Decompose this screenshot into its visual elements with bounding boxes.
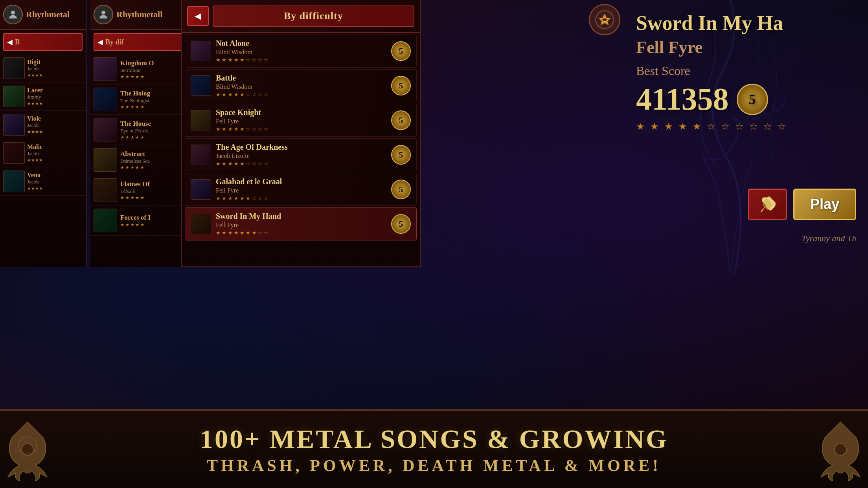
song-info: Forces of I ★ ★ ★ ★ ★	[120, 214, 151, 227]
song-stars: ★★★★	[27, 129, 43, 134]
player-name-left: Rhythmetal	[26, 9, 70, 20]
song-info: Viole Jacob ★★★★	[27, 115, 43, 134]
avatar-mid	[94, 5, 113, 24]
list-item[interactable]: Space Knight Fell Fyre ★ ★ ★ ★ ★ ☆ ☆ ☆ ☆…	[185, 104, 417, 137]
left-nav-button[interactable]: ◀ B	[3, 33, 83, 51]
song-badge: 5	[391, 214, 411, 234]
song-stars: ★★★★	[27, 101, 43, 106]
play-buttons-area: Play	[748, 189, 856, 220]
song-artist: Fell Fyre	[216, 118, 391, 125]
song-stars: ★ ★ ★ ★ ★	[120, 135, 151, 140]
song-stars: ★★★★	[27, 158, 43, 163]
list-item[interactable]: Galahad et le Graal Fell Fyre ★ ★ ★ ★ ★ …	[185, 173, 417, 206]
song-artist: Blind Wisdom	[216, 83, 391, 90]
mid-left-panel: Rhythmetall ◀ By dif Kingdom O Sermilion…	[90, 0, 193, 267]
song-thumbnail	[94, 209, 117, 232]
song-title: Abstract	[120, 150, 150, 158]
list-item[interactable]: Abstract Frameless Sca ★ ★ ★ ★ ★	[90, 145, 192, 175]
song-list-container[interactable]: Not Alone Blind Wisdom ★ ★ ★ ★ ★ ☆ ☆ ☆ ☆…	[182, 33, 420, 242]
svg-point-4	[835, 444, 846, 455]
banner-subline: THRASH, POWER, DEATH METAL & MORE!	[207, 456, 661, 475]
song-artist: Jacob Lizotte	[216, 152, 391, 160]
song-title: The Holog	[120, 90, 150, 97]
song-thumbnail	[191, 214, 211, 234]
list-item[interactable]: Not Alone Blind Wisdom ★ ★ ★ ★ ★ ☆ ☆ ☆ ☆…	[185, 35, 417, 68]
song-title: The House	[120, 120, 151, 128]
list-item[interactable]: Flames Of Ulfsark ★ ★ ★ ★ ★	[90, 175, 192, 205]
list-item[interactable]: Veno Jacob ★★★★	[0, 167, 86, 196]
song-thumbnail	[94, 118, 117, 141]
player-name-mid: Rhythmetall	[116, 9, 162, 20]
list-item[interactable]: Malic Jacob ★★★★	[0, 139, 86, 167]
list-item[interactable]: Forces of I ★ ★ ★ ★ ★	[90, 205, 192, 236]
song-badge: 5	[391, 41, 411, 61]
right-panel: Sword In My Ha Fell Fyre Best Score 4113…	[585, 0, 868, 267]
list-item[interactable]: Sword In My Hand Fell Fyre ★ ★ ★ ★ ★ ★ ★…	[185, 207, 417, 240]
song-info: The Holog The Neologist ★ ★ ★ ★ ★	[120, 90, 150, 110]
song-badge: 5	[391, 76, 411, 95]
list-item[interactable]: Digit Jacob ★★★★	[0, 54, 86, 83]
right-decoration-icon	[817, 418, 864, 481]
main-panel: ◀ By difficulty Not Alone Blind Wisdom ★…	[181, 0, 421, 267]
song-artist: Fell Fyre	[216, 187, 391, 194]
song-title: Lacer	[27, 87, 43, 94]
song-title: Viole	[27, 115, 43, 122]
song-artist: Sermilion	[120, 67, 154, 73]
song-artist: Blind Wisdom	[216, 49, 391, 56]
left-nav-arrow: ◀	[7, 38, 13, 46]
back-button[interactable]: ◀	[187, 6, 209, 26]
song-badge: 5	[391, 145, 411, 165]
axe-button[interactable]	[748, 189, 787, 220]
selected-song-subtitle: Fell Fyre	[636, 37, 856, 57]
song-info: Kingdom O Sermilion ★ ★ ★ ★ ★	[120, 59, 154, 79]
song-thumbnail	[94, 57, 117, 81]
best-score-label: Best Score	[636, 64, 856, 78]
song-stars: ★ ★ ★ ★ ★	[120, 195, 150, 200]
best-score-value: 411358 5	[636, 81, 856, 117]
song-info: The House Eye of Fenris ★ ★ ★ ★ ★	[120, 120, 151, 140]
left-song-list: Digit Jacob ★★★★ Lacer Jimmy ★★★★ Viole …	[0, 54, 86, 196]
song-stars: ★ ★ ★ ★ ★	[120, 165, 150, 170]
list-item[interactable]: The Holog The Neologist ★ ★ ★ ★ ★	[90, 84, 192, 115]
song-thumbnail	[191, 75, 211, 96]
banner-headline: 100+ METAL SONGS & GROWING	[200, 424, 668, 455]
song-stars: ★ ★ ★ ★ ★ ☆ ☆ ☆ ☆	[216, 161, 391, 167]
score-badge: 5	[737, 84, 768, 115]
song-title: Not Alone	[216, 39, 391, 48]
song-stars: ★ ★ ★ ★ ★	[120, 222, 151, 227]
song-info: Galahad et le Graal Fell Fyre ★ ★ ★ ★ ★ …	[216, 177, 391, 202]
back-arrow-icon: ◀	[195, 11, 201, 21]
song-thumbnail	[191, 41, 211, 61]
list-item[interactable]: Viole Jacob ★★★★	[0, 111, 86, 139]
mid-panel-header: Rhythmetall	[90, 0, 192, 30]
song-artist: Eye of Fenris	[120, 128, 151, 134]
song-info: Not Alone Blind Wisdom ★ ★ ★ ★ ★ ☆ ☆ ☆ ☆	[216, 39, 391, 63]
play-button[interactable]: Play	[793, 189, 856, 220]
song-artist: The Neologist	[120, 97, 150, 104]
song-artist: Ulfsark	[120, 188, 150, 194]
song-info: Digit Jacob ★★★★	[27, 59, 43, 78]
song-artist: Jacob	[27, 122, 43, 128]
song-artist: Jacob	[27, 179, 43, 185]
song-badge: 5	[391, 110, 411, 130]
song-title: Malic	[27, 143, 43, 150]
song-badge: 5	[391, 180, 411, 199]
list-item[interactable]: Kingdom O Sermilion ★ ★ ★ ★ ★	[90, 54, 192, 84]
song-info: Battle Blind Wisdom ★ ★ ★ ★ ★ ☆ ☆ ☆ ☆	[216, 73, 391, 98]
list-item[interactable]: Lacer Jimmy ★★★★	[0, 83, 86, 111]
difficulty-label: By difficulty	[284, 10, 343, 22]
song-artist: Jacob	[27, 150, 43, 157]
avatar-left	[3, 5, 23, 24]
song-title: Kingdom O	[120, 59, 154, 67]
song-artist: Jacob	[27, 66, 43, 72]
song-info: Veno Jacob ★★★★	[27, 172, 43, 191]
list-item[interactable]: The Age Of Darkness Jacob Lizotte ★ ★ ★ …	[185, 138, 417, 171]
song-info: Sword In My Hand Fell Fyre ★ ★ ★ ★ ★ ★ ★…	[216, 212, 391, 236]
list-item[interactable]: The House Eye of Fenris ★ ★ ★ ★ ★	[90, 115, 192, 145]
song-info: Flames Of Ulfsark ★ ★ ★ ★ ★	[120, 180, 150, 200]
list-item[interactable]: Battle Blind Wisdom ★ ★ ★ ★ ★ ☆ ☆ ☆ ☆ 5	[185, 69, 417, 102]
tyranny-text: Tyranny and Th	[802, 233, 856, 244]
mid-nav-button[interactable]: ◀ By dif	[94, 33, 189, 51]
song-thumbnail	[191, 145, 211, 165]
difficulty-button[interactable]: By difficulty	[213, 6, 414, 27]
